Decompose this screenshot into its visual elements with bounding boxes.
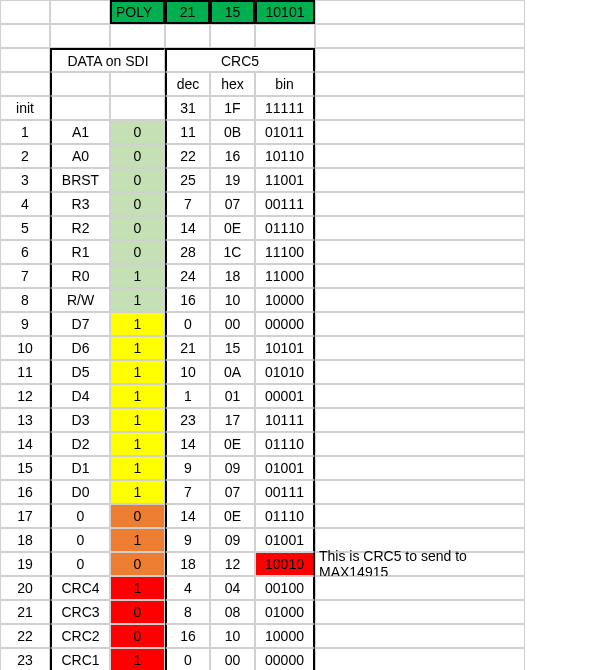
row-bit: 1 <box>110 288 165 312</box>
row-label: D0 <box>50 480 110 504</box>
row-number: 16 <box>0 480 50 504</box>
row-bit: 1 <box>110 312 165 336</box>
row-bit: 0 <box>110 240 165 264</box>
row-hex: 0E <box>210 216 255 240</box>
row-number: 14 <box>0 432 50 456</box>
row-bit: 0 <box>110 216 165 240</box>
header-crc5: CRC5 <box>165 48 315 72</box>
row-dec: 7 <box>165 192 210 216</box>
row-label: D2 <box>50 432 110 456</box>
row-number: 2 <box>0 144 50 168</box>
row-note <box>315 360 525 384</box>
row-label: A1 <box>50 120 110 144</box>
row-dec: 21 <box>165 336 210 360</box>
row-hex: 15 <box>210 336 255 360</box>
row-hex: 01 <box>210 384 255 408</box>
row-dec: 14 <box>165 216 210 240</box>
row-number: 20 <box>0 576 50 600</box>
row-hex: 16 <box>210 144 255 168</box>
row-number: 7 <box>0 264 50 288</box>
row-note <box>315 648 525 670</box>
row-number: 5 <box>0 216 50 240</box>
row-hex: 18 <box>210 264 255 288</box>
row-label: 0 <box>50 528 110 552</box>
row-label: 0 <box>50 504 110 528</box>
row-number: 1 <box>0 120 50 144</box>
row-hex: 07 <box>210 480 255 504</box>
row-label: A0 <box>50 144 110 168</box>
row-bit: 1 <box>110 648 165 670</box>
row-note <box>315 504 525 528</box>
row-dec: 28 <box>165 240 210 264</box>
row-number: 3 <box>0 168 50 192</box>
row-note <box>315 288 525 312</box>
row-label: CRC2 <box>50 624 110 648</box>
row-bin: 10111 <box>255 408 315 432</box>
row-bin: 01110 <box>255 432 315 456</box>
row-bin: 00111 <box>255 480 315 504</box>
row-number: 8 <box>0 288 50 312</box>
row-bit: 0 <box>110 120 165 144</box>
blank-cell <box>110 24 165 48</box>
row-hex: 00 <box>210 312 255 336</box>
row-number: 23 <box>0 648 50 670</box>
row-hex: 10 <box>210 624 255 648</box>
row-dec: 4 <box>165 576 210 600</box>
row-bit: 0 <box>110 192 165 216</box>
row-number: 17 <box>0 504 50 528</box>
row-note <box>315 624 525 648</box>
row-bin: 00000 <box>255 648 315 670</box>
blank-cell <box>0 72 50 96</box>
row-hex: 07 <box>210 192 255 216</box>
header-init: init <box>0 96 50 120</box>
row-bit: 0 <box>110 144 165 168</box>
row-label: R1 <box>50 240 110 264</box>
row-note <box>315 120 525 144</box>
row-hex: 0E <box>210 504 255 528</box>
blank-cell <box>0 0 50 24</box>
row-hex: 17 <box>210 408 255 432</box>
row-hex: 09 <box>210 456 255 480</box>
row-dec: 11 <box>165 120 210 144</box>
row-bin: 01001 <box>255 528 315 552</box>
poly-bin: 10101 <box>255 0 315 24</box>
row-dec: 22 <box>165 144 210 168</box>
row-hex: 0B <box>210 120 255 144</box>
row-note <box>315 480 525 504</box>
row-bit: 0 <box>110 552 165 576</box>
row-dec: 7 <box>165 480 210 504</box>
row-note <box>315 408 525 432</box>
row-hex: 10 <box>210 288 255 312</box>
row-number: 15 <box>0 456 50 480</box>
row-dec: 9 <box>165 528 210 552</box>
row-bit: 0 <box>110 624 165 648</box>
row-bin: 00001 <box>255 384 315 408</box>
init-dec: 31 <box>165 96 210 120</box>
row-note <box>315 336 525 360</box>
row-dec: 0 <box>165 648 210 670</box>
row-bin: 00100 <box>255 576 315 600</box>
row-hex: 08 <box>210 600 255 624</box>
row-number: 10 <box>0 336 50 360</box>
row-note <box>315 576 525 600</box>
row-hex: 19 <box>210 168 255 192</box>
row-label: CRC4 <box>50 576 110 600</box>
row-number: 21 <box>0 600 50 624</box>
row-label: D1 <box>50 456 110 480</box>
row-dec: 25 <box>165 168 210 192</box>
poly-dec: 21 <box>165 0 210 24</box>
blank-cell <box>50 24 110 48</box>
row-bin: 01110 <box>255 216 315 240</box>
row-bin: 10010 <box>255 552 315 576</box>
blank-cell <box>110 72 165 96</box>
blank-cell <box>50 72 110 96</box>
header-dec: dec <box>165 72 210 96</box>
row-hex: 00 <box>210 648 255 670</box>
row-label: 0 <box>50 552 110 576</box>
init-hex: 1F <box>210 96 255 120</box>
row-dec: 9 <box>165 456 210 480</box>
row-bin: 10101 <box>255 336 315 360</box>
row-number: 11 <box>0 360 50 384</box>
blank-cell <box>165 24 210 48</box>
row-bit: 1 <box>110 456 165 480</box>
